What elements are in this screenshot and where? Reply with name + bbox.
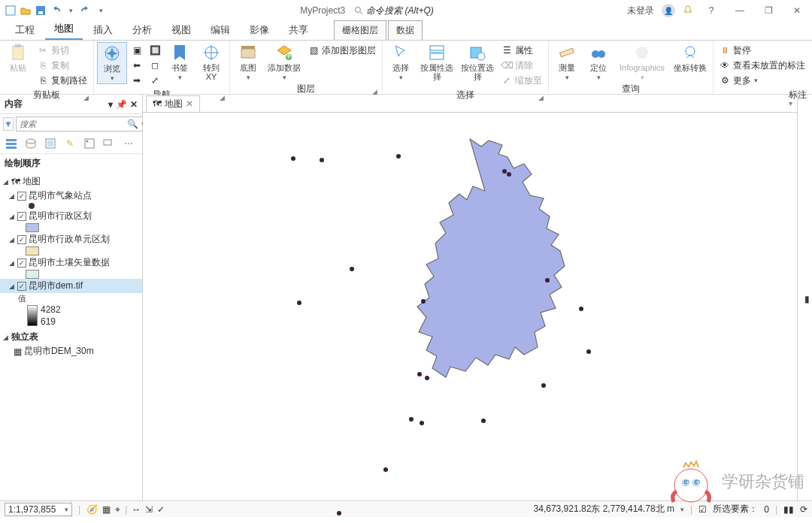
- command-search[interactable]: 命令搜索 (Alt+Q): [354, 5, 434, 17]
- pause-labels-button[interactable]: ⏸暂停: [718, 44, 807, 57]
- nav-prev-button[interactable]: ⬅: [130, 59, 144, 72]
- undo-dropdown-icon[interactable]: ▾: [65, 5, 77, 17]
- table-node[interactable]: ▦ 昆明市DEM_30m: [0, 344, 142, 358]
- attributes-button[interactable]: ☰属性: [500, 44, 544, 57]
- chevron-down-icon[interactable]: ▾: [247, 74, 250, 81]
- layer-node-selected[interactable]: ◢ ✓ 昆明市dem.tif: [0, 279, 142, 293]
- add-data-button[interactable]: + 添加数据 ▾: [265, 42, 304, 83]
- copy-path-button[interactable]: ⎘复制路径: [36, 74, 89, 87]
- layer-node[interactable]: ◢ ✓ 昆明市气象站点: [0, 189, 142, 203]
- chevron-down-icon[interactable]: ▾: [597, 74, 601, 81]
- layer-node[interactable]: ◢ ✓ 昆明市行政单元区划: [0, 232, 142, 246]
- layer-checkbox[interactable]: ✓: [17, 258, 26, 268]
- zoom-to-button[interactable]: ⤢缩放至: [500, 74, 544, 87]
- map-view-tab[interactable]: 🗺 地图 ✕: [146, 95, 200, 112]
- help-button[interactable]: ?: [701, 3, 722, 18]
- list-by-drawing-icon[interactable]: [5, 137, 18, 150]
- new-project-icon[interactable]: [5, 5, 17, 17]
- map-canvas[interactable]: [143, 113, 797, 500]
- context-tab-data[interactable]: 数据: [388, 20, 423, 40]
- map-tabs-dropdown-icon[interactable]: ▾: [789, 99, 797, 107]
- tab-imagery[interactable]: 影像: [241, 20, 278, 40]
- list-by-snapping-icon[interactable]: [83, 137, 96, 150]
- close-tab-icon[interactable]: ✕: [186, 98, 193, 109]
- list-by-editing-icon[interactable]: ✎: [63, 137, 77, 150]
- explore-button[interactable]: 浏览 ▾: [97, 42, 127, 84]
- window-minimize-button[interactable]: —: [729, 3, 750, 18]
- redo-icon[interactable]: [80, 5, 92, 17]
- nav-fixed-zoom-button[interactable]: ⤢: [148, 74, 162, 87]
- paste-button[interactable]: 粘贴: [3, 42, 33, 74]
- snap-icon[interactable]: ⌖: [115, 504, 120, 515]
- locate-button[interactable]: 定位 ▾: [583, 42, 614, 83]
- tab-map[interactable]: 地图: [45, 19, 83, 40]
- correction-icon[interactable]: ✓: [157, 504, 165, 515]
- chevron-down-icon[interactable]: ▾: [65, 506, 68, 513]
- save-icon[interactable]: [35, 5, 47, 17]
- catalog-dock-strip[interactable]: ▮: [797, 95, 812, 500]
- basemap-button[interactable]: 底图 ▾: [233, 42, 263, 83]
- tab-insert[interactable]: 插入: [84, 20, 122, 40]
- user-avatar-icon[interactable]: 👤: [662, 4, 675, 17]
- login-status[interactable]: 未登录: [627, 5, 654, 17]
- dialog-launcher-icon[interactable]: ◢: [83, 94, 89, 101]
- view-unplaced-button[interactable]: 👁查看未放置的标注: [718, 59, 807, 72]
- more-labeling-button[interactable]: ⚙更多▾: [718, 74, 807, 87]
- nav-next-button[interactable]: ➡: [130, 74, 144, 87]
- nav-full-extent-button[interactable]: ▣: [130, 44, 144, 57]
- select-button[interactable]: 选择 ▾: [386, 42, 416, 83]
- contents-search[interactable]: 🔍 ▾: [16, 116, 149, 132]
- chevron-down-icon[interactable]: ▾: [111, 74, 114, 82]
- layer-checkbox[interactable]: ✓: [17, 235, 26, 244]
- more-views-icon[interactable]: ⋯: [122, 137, 135, 150]
- search-icon[interactable]: 🔍: [127, 119, 138, 129]
- nav-zoom-sel-button[interactable]: ◻: [148, 59, 162, 72]
- filter-icon[interactable]: ▼: [3, 117, 14, 131]
- redo-dropdown-icon[interactable]: ▾: [95, 5, 107, 17]
- list-by-selection-icon[interactable]: [44, 137, 57, 150]
- copy-button[interactable]: ⎘复制: [36, 59, 89, 72]
- list-by-source-icon[interactable]: [24, 137, 38, 150]
- tab-view[interactable]: 视图: [162, 20, 200, 40]
- grid-icon[interactable]: ▦: [102, 504, 111, 515]
- scale-input[interactable]: 1:1,973,855 ▾: [5, 503, 72, 516]
- layer-node[interactable]: ◢ ✓ 昆明市土壤矢量数据: [0, 255, 142, 270]
- expand-icon[interactable]: ◢: [2, 334, 9, 341]
- select-by-loc-button[interactable]: 按位置选择: [458, 42, 497, 83]
- layer-checkbox[interactable]: ✓: [17, 192, 26, 201]
- add-graphics-layer-button[interactable]: ▧添加图形图层: [307, 44, 377, 57]
- window-maximize-button[interactable]: ❐: [758, 3, 779, 18]
- layer-checkbox[interactable]: ✓: [17, 212, 26, 221]
- nav-zoom-layer-button[interactable]: 🔲: [148, 44, 162, 57]
- expand-icon[interactable]: ◢: [2, 178, 9, 186]
- select-by-attr-button[interactable]: 按属性选择: [417, 42, 456, 83]
- layer-node[interactable]: ◢ ✓ 昆明市行政区划: [0, 209, 142, 223]
- expand-icon[interactable]: ◢: [8, 192, 15, 200]
- measure-button[interactable]: 测量 ▾: [552, 42, 582, 83]
- map-frame-node[interactable]: ◢ 🗺 地图: [0, 174, 142, 189]
- coord-conv-button[interactable]: 坐标转换: [671, 42, 710, 74]
- expand-icon[interactable]: ◢: [8, 213, 15, 220]
- window-close-button[interactable]: ✕: [786, 3, 807, 18]
- bookmarks-button[interactable]: 书签 ▾: [165, 42, 195, 83]
- rotation-icon[interactable]: 🧭: [86, 504, 98, 515]
- contents-search-input[interactable]: [20, 119, 124, 128]
- chevron-down-icon[interactable]: ▾: [399, 74, 403, 81]
- notification-bell-icon[interactable]: [683, 5, 693, 16]
- tab-project[interactable]: 工程: [6, 20, 44, 40]
- cut-button[interactable]: ✂剪切: [36, 44, 89, 57]
- expand-icon[interactable]: ◢: [8, 283, 15, 290]
- chevron-down-icon[interactable]: ▾: [178, 74, 182, 81]
- list-by-labeling-icon[interactable]: [102, 137, 116, 150]
- constraint-icon[interactable]: ↔: [132, 504, 141, 515]
- expand-icon[interactable]: ◢: [8, 259, 15, 267]
- dynconstraint-icon[interactable]: ⇲: [145, 504, 153, 515]
- chevron-down-icon[interactable]: ▾: [641, 74, 644, 81]
- layer-checkbox[interactable]: ✓: [17, 282, 26, 291]
- tab-share[interactable]: 共享: [280, 20, 317, 40]
- goto-xy-button[interactable]: 转到 XY: [196, 42, 226, 83]
- clear-selection-button[interactable]: ⌫清除: [500, 59, 544, 72]
- infographics-button[interactable]: Infographics ▾: [615, 42, 669, 83]
- chevron-down-icon[interactable]: ▾: [283, 74, 286, 81]
- open-project-icon[interactable]: [20, 5, 32, 17]
